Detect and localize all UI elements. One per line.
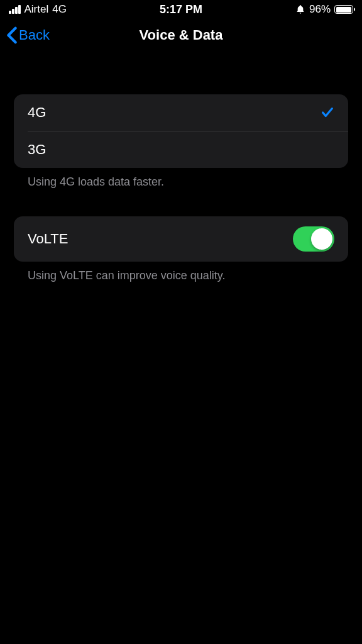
option-label: 3G: [28, 142, 46, 158]
battery-icon: [334, 5, 353, 14]
network-label: 4G: [52, 3, 67, 16]
signal-icon: [9, 5, 21, 14]
network-footer: Using 4G loads data faster.: [14, 168, 348, 189]
nav-bar: Back Voice & Data: [0, 19, 362, 52]
network-options-group: 4G 3G: [14, 94, 348, 168]
option-3g[interactable]: 3G: [14, 131, 348, 168]
volte-group: VoLTE: [14, 216, 348, 262]
status-right: 96%: [295, 3, 353, 16]
volte-footer: Using VoLTE can improve voice quality.: [14, 262, 348, 282]
volte-toggle[interactable]: [293, 226, 334, 252]
option-4g[interactable]: 4G: [14, 94, 348, 131]
option-label: 4G: [28, 104, 46, 121]
toggle-knob: [311, 228, 332, 250]
volte-row[interactable]: VoLTE: [14, 216, 348, 262]
status-bar: Airtel 4G 5:17 PM 96%: [0, 0, 362, 19]
content: 4G 3G Using 4G loads data faster. VoLTE …: [0, 52, 362, 296]
status-left: Airtel 4G: [9, 3, 67, 16]
page-title: Voice & Data: [140, 27, 223, 43]
battery-label: 96%: [309, 3, 331, 16]
back-label: Back: [19, 27, 50, 43]
time-label: 5:17 PM: [160, 3, 202, 16]
alarm-icon: [295, 4, 305, 14]
chevron-left-icon: [6, 26, 18, 44]
volte-label: VoLTE: [28, 231, 68, 247]
back-button[interactable]: Back: [6, 26, 50, 44]
carrier-label: Airtel: [25, 3, 49, 16]
checkmark-icon: [321, 106, 334, 119]
